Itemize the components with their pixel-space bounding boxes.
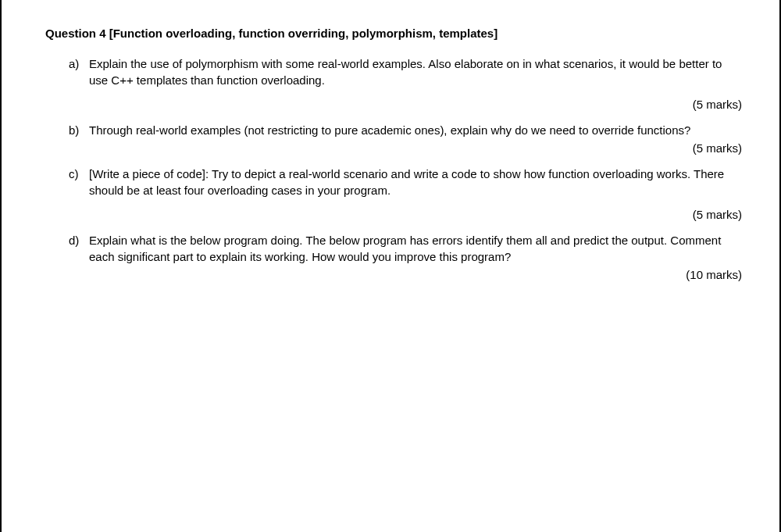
part-b-label: b)	[69, 122, 89, 138]
part-d: d) Explain what is the below program doi…	[69, 232, 742, 283]
part-a-marks: (5 marks)	[69, 96, 742, 112]
part-a-text: Explain the use of polymorphism with som…	[89, 55, 742, 88]
parts-list: a) Explain the use of polymorphism with …	[45, 55, 742, 283]
question-container: Question 4 [Function overloading, functi…	[45, 25, 742, 283]
part-c-text: [Write a piece of code]: Try to depict a…	[89, 166, 742, 198]
part-a-label: a)	[69, 55, 89, 72]
part-c-label: c)	[69, 166, 89, 182]
part-d-label: d)	[69, 232, 89, 248]
part-a: a) Explain the use of polymorphism with …	[69, 55, 742, 112]
part-b-text: Through real-world examples (not restric…	[89, 122, 742, 138]
part-b: b) Through real-world examples (not rest…	[69, 122, 742, 156]
part-b-marks: (5 marks)	[69, 140, 742, 156]
part-d-marks: (10 marks)	[69, 266, 742, 283]
part-c: c) [Write a piece of code]: Try to depic…	[69, 166, 742, 223]
part-d-text: Explain what is the below program doing.…	[89, 232, 742, 265]
part-c-marks: (5 marks)	[69, 206, 742, 223]
question-title: Question 4 [Function overloading, functi…	[45, 25, 742, 41]
